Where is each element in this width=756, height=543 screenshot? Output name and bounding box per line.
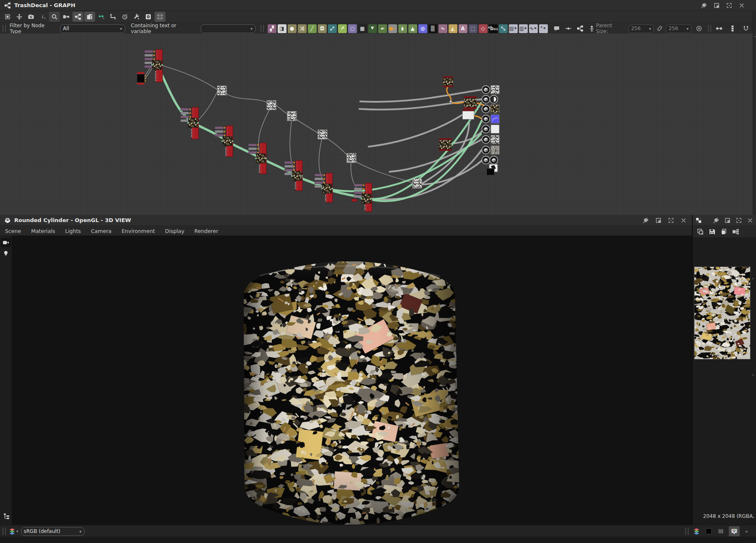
output-node-normal[interactable]	[482, 115, 500, 123]
light-icon[interactable]	[1, 249, 11, 258]
node-type-spline-icon[interactable]: ∿	[439, 24, 447, 33]
pin-button[interactable]	[700, 1, 708, 10]
link-display-icon[interactable]	[61, 12, 72, 22]
frame-node-icon[interactable]	[576, 24, 584, 33]
copy-image-icon[interactable]	[696, 228, 704, 236]
channel-bars-icon[interactable]	[717, 527, 725, 535]
output-node-white[interactable]	[482, 125, 500, 133]
zoom-icon[interactable]	[49, 12, 60, 22]
node-type-directional-blur-icon[interactable]: ◘	[318, 24, 327, 33]
snap-magnet-icon[interactable]	[742, 24, 750, 33]
connection-route-icon[interactable]	[108, 12, 119, 22]
node-type-pbr-render-icon[interactable]: ☙	[378, 24, 387, 33]
noise-node[interactable]	[217, 86, 227, 95]
panel-resize-chevron[interactable]: ›	[752, 372, 754, 378]
pin-button[interactable]	[712, 216, 720, 225]
pin-button[interactable]	[642, 216, 650, 225]
pin-node-icon[interactable]	[564, 24, 573, 33]
node-type-normal-icon[interactable]: ↗	[338, 24, 347, 33]
maximize-button[interactable]	[735, 216, 743, 225]
noise-node[interactable]	[318, 130, 327, 139]
node-type-curve-input-icon[interactable]: ∿•	[529, 24, 538, 33]
camera-capture-icon[interactable]	[26, 12, 36, 22]
node-type-bitmap-icon[interactable]: ⁴b₀₁	[489, 24, 498, 33]
node-type-grayscale-conversion-icon[interactable]: ▒	[428, 24, 437, 33]
node-type-curve-icon[interactable]: ╱	[308, 24, 317, 33]
node-type-uniform-color-icon[interactable]: ▞	[268, 24, 276, 33]
size-link-icon[interactable]	[655, 24, 664, 33]
scene-tree-icon[interactable]	[3, 512, 11, 520]
tools-icon[interactable]	[131, 12, 142, 22]
node-type-tile-sampler-icon[interactable]: ⯆	[368, 24, 377, 33]
menu-scene[interactable]: Scene	[0, 226, 26, 236]
node-type-filter-select[interactable]: All▾	[60, 24, 125, 33]
size-reset-icon[interactable]	[695, 24, 703, 33]
panel-resize-chevron[interactable]: ›	[752, 276, 754, 281]
menu-display[interactable]: Display	[160, 226, 189, 236]
texture-2d-preview[interactable]	[694, 266, 751, 359]
anchor-pin-icon[interactable]	[588, 24, 596, 33]
decal-trash-node-2[interactable]	[439, 138, 452, 151]
decal-mask-node[interactable]	[462, 109, 474, 119]
menu-environment[interactable]: Environment	[116, 226, 160, 236]
camera-view-icon[interactable]	[1, 238, 11, 247]
noise-node[interactable]	[267, 101, 276, 110]
compact-vertical-icon[interactable]	[728, 24, 737, 33]
node-type-hsl-icon[interactable]: ◍	[418, 24, 427, 33]
decal-trash-node[interactable]	[464, 96, 477, 109]
node-type-height-blend-icon[interactable]: ▲	[408, 24, 417, 33]
maximize-button[interactable]	[667, 216, 675, 225]
menu-materials[interactable]: Materials	[26, 226, 60, 236]
colorspace-select[interactable]: sRGB (default)▾	[21, 527, 85, 536]
node-info-icon[interactable]: i	[37, 12, 48, 22]
node-type-tile-generator-icon[interactable]: ▦	[358, 24, 367, 33]
node-type-blend-icon[interactable]: ◨	[278, 24, 286, 33]
graph-canvas[interactable]	[0, 34, 753, 215]
tile-sampler-node[interactable]	[215, 126, 233, 157]
more-icon[interactable]: »	[743, 527, 752, 535]
timer-icon[interactable]	[119, 12, 130, 22]
maximize-button[interactable]	[725, 1, 733, 10]
node-type-shape-icon[interactable]: ○	[348, 24, 357, 33]
close-button[interactable]	[738, 1, 746, 10]
output-node-gray[interactable]	[482, 146, 500, 154]
trash-source-node[interactable]	[443, 76, 453, 87]
grid-snap-icon[interactable]	[155, 12, 165, 22]
node-type-image-input-icon[interactable]: ▤•	[509, 24, 518, 33]
node-type-warp-icon[interactable]: ⤢	[328, 24, 337, 33]
node-type-symmetry-icon[interactable]: ◭	[449, 24, 457, 33]
node-type-svg-icon[interactable]: ◇	[479, 24, 488, 33]
node-type-crop-icon[interactable]: ⬚	[469, 24, 477, 33]
float-button[interactable]	[654, 216, 663, 225]
paste-image-icon[interactable]	[720, 228, 728, 236]
send-to-graph-icon[interactable]	[731, 228, 740, 236]
noise-node[interactable]	[413, 179, 422, 188]
output-node-bw[interactable]	[482, 85, 500, 94]
background-swatch[interactable]	[704, 527, 713, 535]
output-node-trash[interactable]	[482, 105, 500, 113]
node-type-dot-link-icon[interactable]: ●─	[388, 24, 397, 33]
node-type-directional-warp-icon[interactable]: ⤡	[499, 24, 508, 33]
menu-renderer[interactable]: Renderer	[189, 226, 223, 236]
noise-node[interactable]	[287, 111, 297, 121]
bitmap-node[interactable]	[137, 72, 146, 85]
comment-icon[interactable]	[552, 24, 561, 33]
panel-stack-icon[interactable]	[84, 12, 95, 22]
viewport-3d[interactable]	[0, 235, 692, 525]
node-type-corner-input-icon[interactable]: ⌜•	[539, 24, 548, 33]
node-type-gradient-input-icon[interactable]: ▥•	[519, 24, 528, 33]
tile-sampler-node[interactable]	[248, 143, 267, 174]
float-button[interactable]	[712, 1, 721, 10]
output-node-checker[interactable]	[482, 96, 498, 103]
connection-dots-icon[interactable]	[96, 12, 107, 22]
float-button[interactable]	[723, 216, 732, 225]
frame-select-icon[interactable]	[2, 12, 13, 22]
node-type-channel-shuffle-icon[interactable]: ⤨	[298, 24, 307, 33]
graph-edge-strip[interactable]: ˇ	[753, 10, 756, 215]
menu-camera[interactable]: Camera	[86, 226, 116, 236]
tile-sampler-node[interactable]	[181, 107, 199, 139]
menu-lights[interactable]: Lights	[60, 226, 86, 236]
node-type-text-icon[interactable]: A	[459, 24, 467, 33]
tile-sampler-node[interactable]	[315, 173, 333, 202]
layers-colorspace-icon[interactable]	[8, 527, 16, 535]
